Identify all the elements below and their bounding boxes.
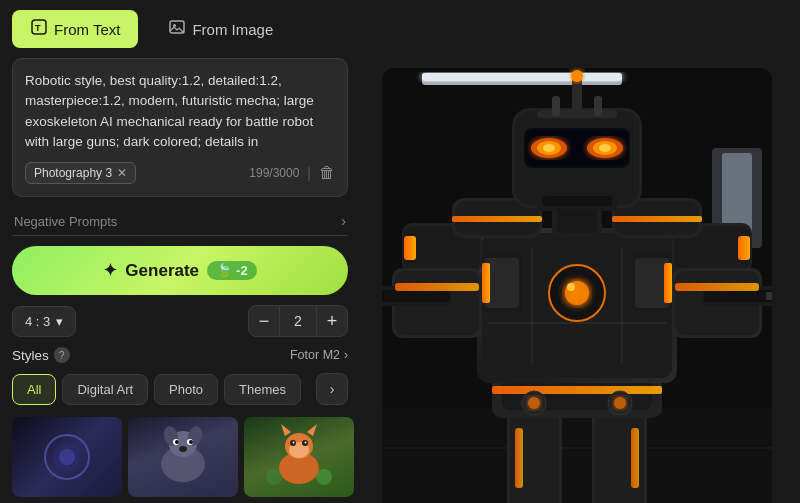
style-tab-digital-art[interactable]: Digital Art — [62, 374, 148, 405]
count-control: − 2 + — [248, 305, 348, 337]
svg-rect-80 — [452, 216, 542, 222]
svg-rect-53 — [664, 263, 672, 303]
style-tabs-next-button[interactable]: › — [316, 373, 348, 405]
svg-rect-95 — [552, 96, 560, 116]
svg-rect-75 — [675, 283, 759, 291]
style-tab-all[interactable]: All — [12, 374, 56, 405]
svg-rect-73 — [704, 290, 772, 302]
svg-rect-45 — [492, 386, 662, 394]
style-tabs: All Digital Art Photo Themes › — [12, 373, 348, 405]
svg-rect-97 — [572, 78, 582, 110]
svg-rect-64 — [382, 290, 450, 302]
count-value: 2 — [280, 305, 316, 337]
text-icon: T — [30, 18, 48, 40]
style-tab-themes[interactable]: Themes — [224, 374, 301, 405]
credit-badge: 🍃 -2 — [207, 261, 257, 280]
svg-point-107 — [614, 397, 626, 409]
svg-rect-52 — [635, 258, 669, 308]
count-increase-button[interactable]: + — [316, 305, 348, 337]
svg-rect-94 — [537, 110, 617, 118]
ratio-select[interactable]: 4 : 3 ▾ — [12, 306, 76, 337]
robot-image — [382, 68, 772, 503]
svg-rect-96 — [594, 96, 602, 116]
tab-from-text-label: From Text — [54, 21, 120, 38]
prompt-footer: Photography 3 ✕ 199/3000 | 🗑 — [25, 162, 335, 184]
svg-rect-37 — [515, 428, 523, 488]
negative-prompts-label: Negative Prompts — [14, 214, 117, 229]
negative-prompts-row[interactable]: Negative Prompts › — [12, 207, 348, 236]
generate-label: Generate — [125, 261, 199, 281]
svg-text:T: T — [35, 23, 41, 33]
chevron-right-icon: › — [341, 213, 346, 229]
svg-rect-33 — [382, 408, 772, 503]
credit-label: -2 — [236, 263, 248, 278]
left-panel: Robotic style, best quality:1.2, detaile… — [0, 58, 360, 503]
leaf-icon: 🍃 — [216, 263, 232, 278]
svg-rect-100 — [542, 196, 612, 206]
thumbnail-1[interactable] — [12, 417, 122, 497]
svg-marker-20 — [281, 424, 291, 436]
svg-rect-74 — [766, 292, 772, 300]
main-content: Robotic style, best quality:1.2, detaile… — [0, 58, 800, 503]
svg-marker-21 — [307, 424, 317, 436]
prompt-box: Robotic style, best quality:1.2, detaile… — [12, 58, 348, 197]
svg-point-98 — [571, 70, 583, 82]
generated-image — [382, 68, 772, 503]
svg-point-13 — [175, 440, 179, 444]
tab-from-image-label: From Image — [192, 21, 273, 38]
photography-tag[interactable]: Photography 3 ✕ — [25, 162, 136, 184]
tab-from-image[interactable]: From Image — [150, 10, 291, 48]
svg-point-14 — [189, 440, 193, 444]
svg-rect-49 — [485, 258, 519, 308]
image-icon — [168, 18, 186, 40]
svg-point-26 — [305, 442, 307, 444]
header: T From Text From Image — [0, 0, 800, 58]
tag-close-icon[interactable]: ✕ — [117, 166, 127, 180]
svg-point-6 — [59, 449, 75, 465]
ratio-row: 4 : 3 ▾ − 2 + — [12, 305, 348, 337]
svg-rect-50 — [482, 263, 490, 303]
style-tab-photo[interactable]: Photo — [154, 374, 218, 405]
count-decrease-button[interactable]: − — [248, 305, 280, 337]
divider: | — [307, 165, 311, 181]
tag-label: Photography 3 — [34, 166, 112, 180]
svg-rect-40 — [631, 428, 639, 488]
svg-point-15 — [179, 446, 187, 452]
thumbnail-2[interactable] — [128, 417, 238, 497]
sparkle-icon: ✦ — [103, 260, 117, 281]
char-count: 199/3000 — [249, 166, 299, 180]
svg-rect-30 — [422, 73, 622, 81]
svg-point-93 — [599, 144, 611, 152]
trash-icon[interactable]: 🗑 — [319, 164, 335, 182]
ratio-value: 4 : 3 — [25, 314, 50, 329]
svg-point-25 — [293, 442, 295, 444]
right-panel — [360, 58, 800, 503]
tab-from-text[interactable]: T From Text — [12, 10, 138, 48]
chevron-down-icon: ▾ — [56, 314, 63, 329]
svg-point-3 — [173, 24, 176, 27]
svg-rect-60 — [404, 236, 416, 260]
svg-point-106 — [528, 397, 540, 409]
fotor-chevron-icon: › — [344, 348, 348, 362]
thumbnail-3[interactable] — [244, 417, 354, 497]
help-icon[interactable]: ? — [54, 347, 70, 363]
styles-text: Styles — [12, 348, 49, 363]
prompt-text[interactable]: Robotic style, best quality:1.2, detaile… — [25, 71, 335, 152]
svg-point-90 — [543, 144, 555, 152]
styles-row: Styles ? Fotor M2 › — [12, 347, 348, 363]
fotor-link[interactable]: Fotor M2 › — [290, 348, 348, 362]
svg-rect-81 — [612, 216, 702, 222]
svg-rect-69 — [738, 236, 750, 260]
generate-button[interactable]: ✦ Generate 🍃 -2 — [12, 246, 348, 295]
fotor-label: Fotor M2 — [290, 348, 340, 362]
svg-rect-66 — [395, 283, 479, 291]
thumbnail-row — [12, 417, 348, 497]
styles-label: Styles ? — [12, 347, 70, 363]
svg-point-57 — [567, 283, 575, 291]
